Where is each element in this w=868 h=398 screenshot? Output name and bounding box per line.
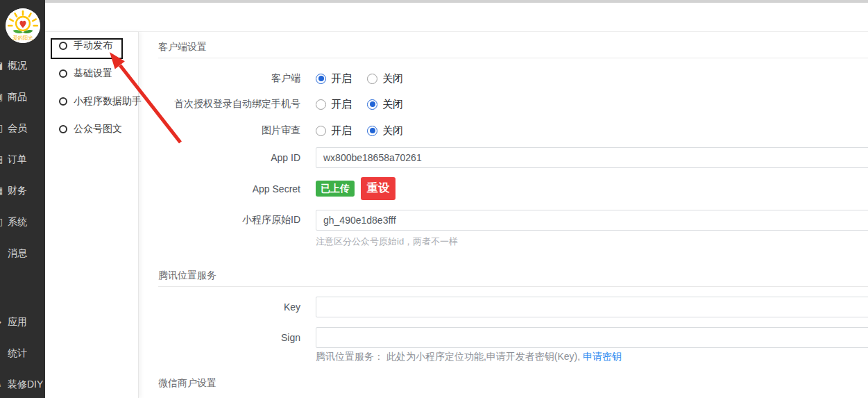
form-row-bind-phone: 首次授权登录自动绑定手机号 开启 关闭: [158, 94, 868, 115]
submenu-item-official-account-articles[interactable]: 公众号图文: [45, 120, 138, 138]
sidebar-item-label: 装修DIY: [8, 379, 43, 390]
sidebar-item-system[interactable]: ◧系统: [0, 206, 45, 238]
radio-label[interactable]: 开启: [331, 124, 352, 138]
section-divider: [158, 286, 868, 287]
form-row-client: 客户端 开启 关闭: [158, 68, 868, 89]
submenu-item-label: 公众号图文: [74, 123, 122, 135]
message-icon: ●: [0, 238, 5, 269]
form-row-original-id-help: 注意区分公众号原始id，两者不一样: [158, 235, 868, 249]
radio-group-client: 开启 关闭: [316, 72, 403, 85]
field-label: 图片审查: [158, 124, 300, 137]
sidebar-item-label: 会员: [8, 122, 27, 133]
radio-image-review-on[interactable]: [316, 126, 326, 136]
sunshine-heart-logo-icon: 爱的阳光: [6, 8, 40, 43]
form-row-app-id: App ID: [158, 147, 868, 169]
sign-help-text: 腾讯位置服务： 此处为小程序定位功能,申请开发者密钥(Key),: [316, 351, 583, 362]
sidebar-item-apps[interactable]: ◆应用: [0, 306, 45, 338]
location-key-input[interactable]: [316, 297, 868, 317]
sidebar-item-label: 概况: [8, 60, 27, 71]
submenu-item-basic-settings[interactable]: 基础设置: [45, 65, 138, 83]
form-row-app-secret: App Secret 已上传 重设: [158, 177, 868, 200]
sidebar-item-label: 商品: [8, 91, 27, 102]
sidebar-item-label: 订单: [8, 154, 27, 165]
sidebar-item-overview[interactable]: ◪概况: [0, 50, 45, 81]
finance-icon: ▦: [0, 175, 5, 206]
settings-form: 客户端设置 客户端 开启 关闭 首次授权登录自动绑定手机号 开启 关闭: [139, 32, 868, 398]
settings-submenu: 手动发布 基础设置 小程序数据助手 公众号图文: [45, 32, 139, 398]
field-label: Sign: [158, 332, 300, 343]
submenu-item-label: 手动发布: [74, 40, 112, 52]
sidebar-item-goods[interactable]: ▣商品: [0, 81, 45, 113]
apps-icon: ◆: [0, 306, 5, 338]
sidebar-item-label: 财务: [8, 185, 27, 196]
sidebar-item-messages[interactable]: ●消息: [0, 238, 45, 269]
main-sidebar: 爱的阳光 ◪概况 ▣商品 ◫会员 ▤订单 ▦财务 ◧系统 ●消息 ◆应用 ▮统计…: [0, 0, 45, 398]
reset-secret-button[interactable]: 重设: [361, 177, 395, 200]
admin-page: 爱的阳光 ◪概况 ▣商品 ◫会员 ▤订单 ▦财务 ◧系统 ●消息 ◆应用 ▮统计…: [0, 0, 868, 398]
diy-icon: ✎: [0, 369, 5, 398]
logo-text: 爱的阳光: [12, 35, 33, 41]
circle-icon: [59, 42, 67, 50]
topbar: [45, 0, 868, 32]
radio-client-on[interactable]: [316, 74, 326, 84]
member-icon: ◫: [0, 113, 5, 144]
sidebar-item-finance[interactable]: ▦财务: [0, 175, 45, 206]
app-id-input[interactable]: [316, 147, 868, 168]
field-label: Key: [158, 301, 300, 313]
submenu-item-miniprogram-data-assistant[interactable]: 小程序数据助手: [45, 92, 138, 110]
radio-group-image-review: 开启 关闭: [316, 124, 403, 138]
section-title-wechat-merchant: 微信商户设置: [158, 376, 868, 390]
radio-bind-phone-on[interactable]: [316, 99, 326, 110]
dashboard-icon: ◪: [0, 50, 5, 81]
circle-icon: [59, 69, 67, 78]
field-label: App Secret: [158, 183, 300, 194]
radio-client-off[interactable]: [367, 74, 377, 84]
form-row-sign-help: 腾讯位置服务： 此处为小程序定位功能,申请开发者密钥(Key), 申请密钥: [158, 350, 868, 364]
section-title-tencent-location: 腾讯位置服务: [158, 268, 868, 282]
original-id-input[interactable]: [316, 210, 868, 231]
stats-icon: ▮: [0, 338, 5, 369]
order-icon: ▤: [0, 144, 5, 175]
radio-image-review-off[interactable]: [367, 126, 377, 136]
field-label: 首次授权登录自动绑定手机号: [158, 98, 300, 110]
circle-icon: [59, 97, 67, 106]
circle-icon: [59, 125, 67, 133]
sidebar-nav: ◪概况 ▣商品 ◫会员 ▤订单 ▦财务 ◧系统 ●消息 ◆应用 ▮统计 ✎装修D…: [0, 50, 45, 398]
form-row-sign: Sign: [158, 327, 868, 348]
form-row-key: Key: [158, 297, 868, 317]
system-icon: ◧: [0, 206, 5, 238]
form-row-original-id: 小程序原始ID: [158, 209, 868, 231]
radio-label[interactable]: 关闭: [382, 124, 403, 138]
submenu-item-label: 基础设置: [74, 67, 112, 80]
section-divider: [158, 58, 868, 58]
sidebar-item-stats[interactable]: ▮统计: [0, 338, 45, 369]
goods-icon: ▣: [0, 81, 5, 113]
submenu-item-label: 小程序数据助手: [74, 95, 142, 108]
radio-group-bind-phone: 开启 关闭: [316, 98, 403, 111]
radio-bind-phone-off[interactable]: [367, 99, 377, 110]
sidebar-item-label: 消息: [8, 247, 27, 258]
sidebar-item-diy[interactable]: ✎装修DIY: [0, 369, 45, 398]
sidebar-item-label: 应用: [8, 316, 27, 327]
app-logo[interactable]: 爱的阳光: [6, 8, 40, 43]
radio-label[interactable]: 开启: [331, 72, 352, 85]
field-label: App ID: [158, 152, 300, 163]
sidebar-item-label: 统计: [8, 347, 27, 358]
sidebar-item-label: 系统: [8, 216, 27, 227]
original-id-help-text: 注意区分公众号原始id，两者不一样: [316, 235, 458, 248]
uploaded-badge: 已上传: [316, 181, 355, 197]
submenu-item-manual-publish[interactable]: 手动发布: [45, 37, 138, 55]
location-sign-input[interactable]: [316, 327, 868, 348]
form-row-image-review: 图片审查 开启 关闭: [158, 120, 868, 141]
field-label: 小程序原始ID: [158, 214, 300, 226]
sidebar-item-orders[interactable]: ▤订单: [0, 144, 45, 175]
sidebar-item-members[interactable]: ◫会员: [0, 113, 45, 144]
apply-key-link[interactable]: 申请密钥: [583, 351, 622, 362]
radio-label[interactable]: 关闭: [382, 98, 403, 111]
radio-label[interactable]: 关闭: [382, 72, 403, 85]
section-title-client-settings: 客户端设置: [158, 40, 868, 53]
field-label: 客户端: [158, 72, 300, 85]
radio-label[interactable]: 开启: [331, 98, 352, 111]
